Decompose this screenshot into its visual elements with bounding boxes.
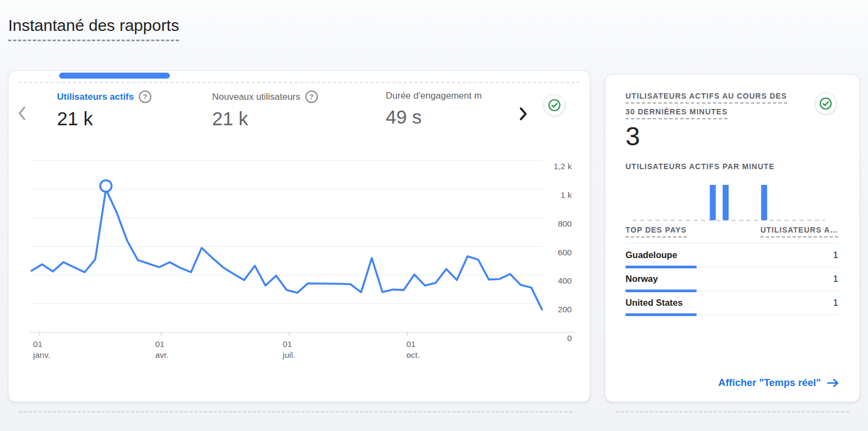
svg-text:01: 01: [155, 339, 164, 349]
realtime-title-line1: UTILISATEURS ACTIFS AU COURS DES: [626, 92, 787, 104]
country-users: 1: [833, 298, 838, 308]
country-users: 1: [833, 250, 838, 260]
column-header-users: UTILISATEURS A…: [761, 226, 838, 237]
table-row: United States 1: [626, 291, 838, 315]
country-name: Guadeloupe: [626, 250, 677, 260]
svg-text:200: 200: [558, 305, 572, 314]
svg-text:01: 01: [406, 339, 416, 349]
realtime-title: UTILISATEURS ACTIFS AU COURS DES 30 DERN…: [626, 91, 787, 119]
svg-text:janv.: janv.: [33, 350, 50, 359]
svg-text:1 k: 1 k: [560, 190, 572, 200]
column-header-country: TOP DES PAYS: [626, 226, 687, 237]
country-bar: [626, 313, 697, 316]
arrow-right-icon: [827, 378, 839, 388]
active-users-30min-count: 3: [626, 124, 640, 150]
svg-text:0: 0: [567, 333, 572, 343]
svg-text:juil.: juil.: [282, 350, 295, 359]
dashed-divider: [19, 411, 572, 413]
top-countries-table: TOP DES PAYS UTILISATEURS A… Guadeloupe …: [626, 226, 838, 315]
svg-text:800: 800: [558, 219, 572, 228]
realtime-link[interactable]: Afficher "Temps réel": [718, 377, 839, 389]
per-minute-label: UTILISATEURS ACTIFS PAR MINUTE: [626, 162, 775, 171]
svg-text:1,2 k: 1,2 k: [553, 162, 572, 171]
svg-text:01: 01: [33, 339, 42, 349]
country-name: Norway: [626, 274, 658, 284]
svg-text:01: 01: [283, 339, 292, 349]
reports-snapshot-card: Utilisateurs actifs ? 21 k Nouveaux util…: [8, 70, 590, 402]
realtime-card: UTILISATEURS ACTIFS AU COURS DES 30 DERN…: [605, 74, 860, 402]
users-per-minute-bar-chart: [605, 181, 859, 227]
svg-text:600: 600: [558, 248, 572, 257]
dashed-divider: [616, 411, 849, 413]
check-circle-icon: [819, 97, 833, 111]
country-name: United States: [626, 298, 682, 308]
realtime-title-line2: 30 DERNIÈRES MINUTES: [626, 107, 727, 119]
table-row: Norway 1: [626, 267, 838, 291]
svg-text:avr.: avr.: [155, 350, 169, 359]
page-title: Instantané des rapports: [8, 16, 179, 41]
data-quality-button[interactable]: [815, 93, 837, 114]
active-users-line-chart: 1,2 k1 k800600400200001janv.01avr.01juil…: [9, 71, 590, 402]
svg-text:400: 400: [558, 276, 572, 285]
country-users: 1: [833, 274, 838, 284]
svg-text:oct.: oct.: [406, 350, 420, 359]
table-row: Guadeloupe 1: [626, 243, 838, 267]
